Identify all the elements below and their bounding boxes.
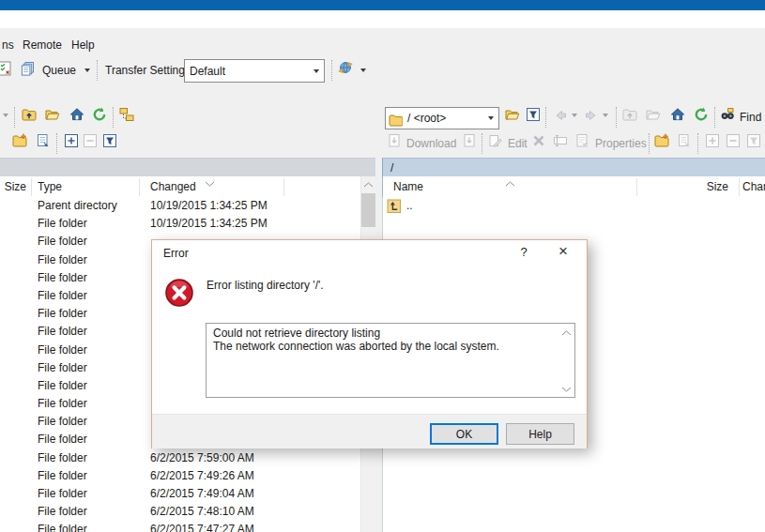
remote-filter-icon[interactable] xyxy=(746,133,763,150)
scrollbar-thumb[interactable] xyxy=(361,193,375,227)
table-row[interactable]: .. xyxy=(383,197,765,215)
properties-button[interactable]: Properties xyxy=(595,136,647,151)
transfer-settings-combobox[interactable]: Default xyxy=(184,59,325,83)
properties-icon[interactable] xyxy=(574,133,591,150)
remote-unselect-files-icon[interactable] xyxy=(726,133,742,150)
file-type: File folder xyxy=(38,413,87,431)
file-type: File folder xyxy=(38,503,87,521)
file-type: File folder xyxy=(38,395,87,413)
menu-item-help[interactable]: Help xyxy=(69,38,97,53)
unselect-files-icon[interactable] xyxy=(83,133,99,150)
help-button[interactable]: Help xyxy=(506,423,574,445)
refresh-icon[interactable] xyxy=(92,107,109,124)
toolbar-separator xyxy=(56,133,57,154)
file-changed: 10/19/2015 1:34:25 PM xyxy=(150,215,268,233)
column-header-changed[interactable]: Changed xyxy=(150,180,196,193)
filter-icon[interactable] xyxy=(526,107,543,124)
close-icon[interactable]: × xyxy=(554,242,573,261)
edit-icon[interactable] xyxy=(488,133,505,150)
back-icon[interactable] xyxy=(553,108,570,125)
forward-dropdown-caret[interactable] xyxy=(603,114,608,117)
table-row[interactable]: File folder6/2/2015 7:49:26 AM xyxy=(0,467,360,485)
dialog-help-icon[interactable]: ? xyxy=(516,245,531,259)
directory-tree-icon[interactable] xyxy=(119,107,136,124)
column-header-type[interactable]: Type xyxy=(38,180,62,193)
scroll-down-icon[interactable] xyxy=(561,382,572,395)
column-header-size[interactable]: Size xyxy=(0,180,26,193)
column-header-size[interactable]: Size xyxy=(658,180,728,193)
forward-icon[interactable] xyxy=(584,108,601,125)
remote-select-files-icon[interactable] xyxy=(705,133,722,150)
file-type: File folder xyxy=(38,287,87,305)
titlebar-accent-strip xyxy=(0,0,765,10)
remote-address-combobox[interactable]: / <root> xyxy=(385,107,499,129)
address-dropdown-button[interactable] xyxy=(483,108,498,129)
duplicate-file-icon[interactable] xyxy=(36,133,53,150)
toolbar-separator xyxy=(649,133,650,154)
remote-home-icon[interactable] xyxy=(670,107,687,124)
rename-icon[interactable] xyxy=(553,133,570,150)
menu-item-options-partial[interactable]: ns xyxy=(0,38,16,53)
download-icon[interactable] xyxy=(387,133,404,150)
scroll-up-arrow[interactable] xyxy=(361,176,375,192)
toolbar-separator xyxy=(714,107,715,128)
create-directory-icon[interactable] xyxy=(12,133,29,150)
dialog-title: Error xyxy=(163,247,189,260)
ok-button[interactable]: OK xyxy=(430,423,498,445)
download-options-icon[interactable] xyxy=(462,133,479,150)
remote-parent-directory-icon[interactable] xyxy=(622,107,639,124)
remote-create-directory-icon[interactable] xyxy=(654,133,671,150)
file-changed: 6/2/2015 7:59:00 AM xyxy=(150,449,254,467)
home-directory-icon[interactable] xyxy=(69,107,86,124)
sort-descending-icon xyxy=(205,176,215,190)
combo-dropdown-button[interactable] xyxy=(309,60,324,82)
file-changed: 6/2/2015 7:49:26 AM xyxy=(150,467,254,485)
file-type: File folder xyxy=(38,342,87,359)
remote-refresh-icon[interactable] xyxy=(694,107,711,124)
queue-button[interactable]: Queue xyxy=(42,63,76,78)
find-files-icon[interactable] xyxy=(720,107,737,124)
open-directory-icon[interactable] xyxy=(45,107,62,124)
remote-duplicate-icon[interactable] xyxy=(677,133,694,150)
file-type: File folder xyxy=(38,431,87,448)
edit-button[interactable]: Edit xyxy=(508,136,528,151)
file-type: File folder xyxy=(38,323,87,341)
synchronize-dropdown-caret[interactable] xyxy=(360,68,366,72)
synchronize-browsing-icon[interactable] xyxy=(338,60,357,79)
table-row[interactable]: File folder10/19/2015 1:34:25 PM xyxy=(0,215,360,233)
delete-icon[interactable] xyxy=(531,133,548,150)
local-list-header: Size Type Changed xyxy=(0,176,360,197)
session-dropdown-caret[interactable] xyxy=(3,114,8,117)
file-changed: 6/2/2015 7:47:27 AM xyxy=(150,521,254,532)
file-changed: 10/19/2015 1:34:25 PM xyxy=(150,197,268,215)
queue-list-icon[interactable] xyxy=(0,61,13,78)
table-row[interactable]: File folder6/2/2015 7:47:27 AM xyxy=(0,521,360,532)
menu-item-remote[interactable]: Remote xyxy=(21,38,64,53)
table-row[interactable]: File folder6/2/2015 7:59:00 AM xyxy=(0,449,360,467)
transfer-settings-value: Default xyxy=(185,65,309,78)
remote-list-header: Name Size Chan xyxy=(382,176,765,197)
download-button[interactable]: Download xyxy=(406,136,456,151)
open-directory-bookmark-icon[interactable] xyxy=(505,107,522,124)
table-row[interactable]: File folder6/2/2015 7:48:10 AM xyxy=(0,503,360,521)
remote-path-label: / xyxy=(390,161,393,175)
dialog-footer: OK Help xyxy=(152,414,587,448)
column-header-name[interactable]: Name xyxy=(393,180,423,193)
file-type: File folder xyxy=(38,449,87,467)
file-type: File folder xyxy=(38,269,87,287)
parent-directory-icon[interactable] xyxy=(22,107,38,124)
filter-files-icon[interactable] xyxy=(102,133,119,150)
table-row[interactable]: File folder6/2/2015 7:49:04 AM xyxy=(0,485,360,503)
select-files-icon[interactable] xyxy=(64,133,81,150)
error-message: Error listing directory '/'. xyxy=(207,279,324,292)
table-row[interactable]: Parent directory10/19/2015 1:34:25 PM xyxy=(0,197,360,215)
remote-open-directory-icon[interactable] xyxy=(646,107,663,124)
queue-dropdown-caret[interactable] xyxy=(84,68,90,72)
back-dropdown-caret[interactable] xyxy=(572,114,577,117)
scroll-up-icon[interactable] xyxy=(561,326,572,339)
error-details-box[interactable]: Could not retrieve directory listing The… xyxy=(206,323,575,398)
queue-icon[interactable] xyxy=(21,61,38,78)
file-type: File folder xyxy=(38,233,87,251)
column-header-changed[interactable]: Chan xyxy=(742,180,765,193)
find-files-button[interactable]: Find F xyxy=(740,110,765,125)
